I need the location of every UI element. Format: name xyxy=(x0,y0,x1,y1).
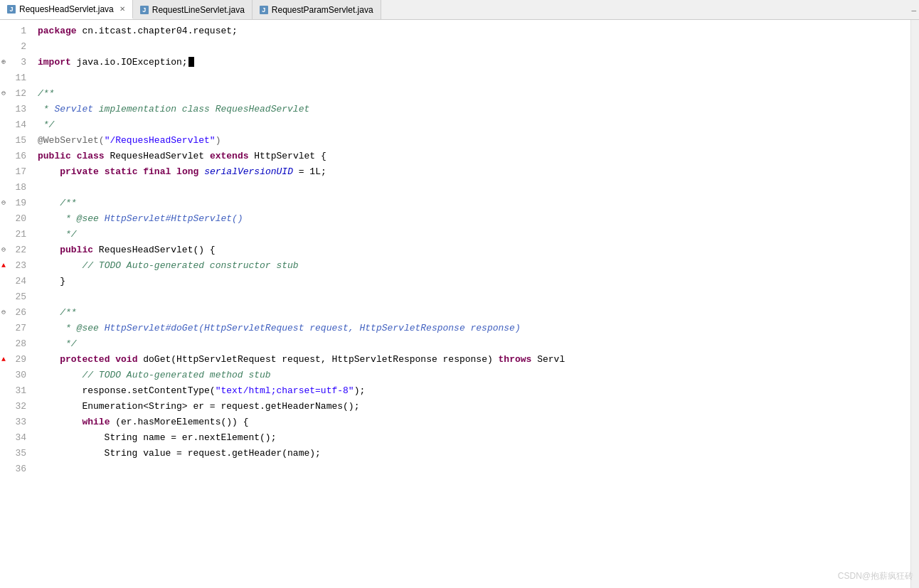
tab-close-1[interactable]: ✕ xyxy=(119,5,125,13)
line-num-25: 25 xyxy=(0,289,32,304)
code-line-14: */ xyxy=(32,117,910,132)
code-line-21: */ xyxy=(32,226,910,242)
line-num-33: 33 xyxy=(0,414,32,429)
line-num-30: 30 xyxy=(0,367,32,383)
code-line-29: protected void doGet(HttpServletRequest … xyxy=(32,351,910,367)
line-num-23: ▲23 xyxy=(0,257,32,273)
minimize-button[interactable]: — xyxy=(911,6,916,15)
line-num-14: 14 xyxy=(0,117,32,132)
tab-requestparamservlet[interactable]: J RequestParamServlet.java xyxy=(253,0,381,19)
tab-bar: J RequesHeadServlet.java ✕ J RequestLine… xyxy=(0,0,919,20)
line-num-1: 1 xyxy=(0,23,32,38)
line-num-15: 15 xyxy=(0,132,32,148)
line-num-34: 34 xyxy=(0,429,32,445)
tab-requestlineservlet[interactable]: J RequestLineServlet.java xyxy=(133,0,253,19)
java-file-icon-3: J xyxy=(260,6,268,14)
line-num-28: 28 xyxy=(0,336,32,351)
code-line-16: public class RequesHeadServlet extends H… xyxy=(32,148,910,164)
code-line-3: import java.io.IOException; xyxy=(32,54,910,70)
code-line-32: Enumeration<String> er = request.getHead… xyxy=(32,398,910,414)
code-line-25 xyxy=(32,289,910,304)
line-num-13: 13 xyxy=(0,101,32,117)
code-area[interactable]: 1 2 ⊕3 11 ⊖12 13 14 15 16 17 18 ⊖19 20 2… xyxy=(0,20,919,588)
code-line-24: } xyxy=(32,273,910,289)
tab-label-3: RequestParamServlet.java xyxy=(272,5,373,15)
java-file-icon-2: J xyxy=(140,6,149,14)
code-content[interactable]: package cn.itcast.chapter04.requset; imp… xyxy=(32,20,910,588)
code-line-1: package cn.itcast.chapter04.requset; xyxy=(32,23,910,38)
line-num-24: 24 xyxy=(0,273,32,289)
code-line-33: while (er.hasMoreElements()) { xyxy=(32,414,910,429)
vertical-scrollbar[interactable] xyxy=(910,20,919,588)
tab-label-1: RequesHeadServlet.java xyxy=(19,4,114,14)
line-num-2: 2 xyxy=(0,38,32,54)
line-num-3: ⊕3 xyxy=(0,54,32,70)
line-num-36: 36 xyxy=(0,461,32,476)
line-num-18: 18 xyxy=(0,179,32,195)
code-line-23: // TODO Auto-generated constructor stub xyxy=(32,257,910,273)
line-num-11: 11 xyxy=(0,70,32,85)
line-numbers: 1 2 ⊕3 11 ⊖12 13 14 15 16 17 18 ⊖19 20 2… xyxy=(0,20,32,588)
line-num-22: ⊖22 xyxy=(0,242,32,257)
code-line-13: * Servlet implementation class RequesHea… xyxy=(32,101,910,117)
code-area-wrapper: 1 2 ⊕3 11 ⊖12 13 14 15 16 17 18 ⊖19 20 2… xyxy=(0,20,919,588)
code-line-35: String value = request.getHeader(name); xyxy=(32,445,910,461)
code-line-26: /** xyxy=(32,304,910,320)
code-line-28: */ xyxy=(32,336,910,351)
line-num-29: ▲29 xyxy=(0,351,32,367)
line-num-20: 20 xyxy=(0,210,32,226)
code-line-22: public RequesHeadServlet() { xyxy=(32,242,910,257)
code-line-27: * @see HttpServlet#doGet(HttpServletRequ… xyxy=(32,320,910,336)
line-num-35: 35 xyxy=(0,445,32,461)
tab-requesheadservlet[interactable]: J RequesHeadServlet.java ✕ xyxy=(0,0,133,19)
code-line-11 xyxy=(32,70,910,85)
line-num-31: 31 xyxy=(0,383,32,398)
line-num-19: ⊖19 xyxy=(0,195,32,210)
code-line-15: @WebServlet("/RequesHeadServlet") xyxy=(32,132,910,148)
line-num-26: ⊖26 xyxy=(0,304,32,320)
line-num-32: 32 xyxy=(0,398,32,414)
code-line-31: response.setContentType("text/html;chars… xyxy=(32,383,910,398)
code-line-36 xyxy=(32,461,910,476)
code-line-19: /** xyxy=(32,195,910,210)
line-num-21: 21 xyxy=(0,226,32,242)
code-line-20: * @see HttpServlet#HttpServlet() xyxy=(32,210,910,226)
line-num-17: 17 xyxy=(0,164,32,179)
java-file-icon: J xyxy=(7,5,16,14)
code-line-12: /** xyxy=(32,85,910,101)
window-controls: — xyxy=(911,4,919,16)
tab-label-2: RequestLineServlet.java xyxy=(152,5,245,15)
line-num-27: 27 xyxy=(0,320,32,336)
editor-container: J RequesHeadServlet.java ✕ J RequestLine… xyxy=(0,0,919,588)
code-line-30: // TODO Auto-generated method stub xyxy=(32,367,910,383)
code-line-2 xyxy=(32,38,910,54)
line-num-16: 16 xyxy=(0,148,32,164)
code-line-18 xyxy=(32,179,910,195)
code-line-34: String name = er.nextElement(); xyxy=(32,429,910,445)
code-line-17: private static final long serialVersionU… xyxy=(32,164,910,179)
line-num-12: ⊖12 xyxy=(0,85,32,101)
